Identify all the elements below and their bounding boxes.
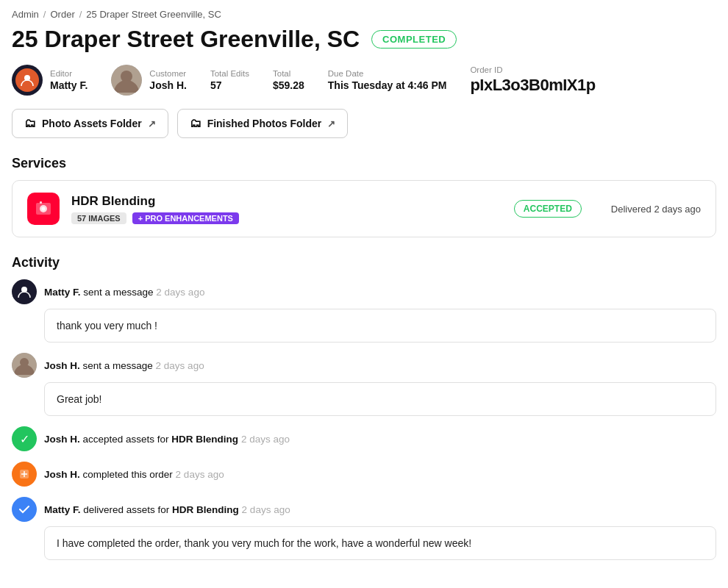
service-name: HDR Blending [71, 194, 502, 209]
service-tags: 57 IMAGES + PRO ENHANCEMENTS [71, 212, 502, 224]
event-actor-2: Josh H. [44, 469, 80, 480]
service-status-badge: ACCEPTED [514, 200, 582, 218]
delivered-message: I have completed the order, thank you ve… [44, 526, 716, 560]
event-service-1: HDR Blending [171, 434, 238, 445]
delivered-event-row: Matty F. delivered assets for HDR Blendi… [12, 497, 716, 522]
editor-item: Editor Matty F. [12, 65, 88, 96]
event-text-3: Matty F. delivered assets for HDR Blendi… [44, 504, 290, 515]
delivered-event-icon [12, 497, 37, 522]
service-card: HDR Blending 57 IMAGES + PRO ENHANCEMENT… [12, 180, 716, 237]
folder-icon-2: 🗂 [190, 117, 201, 130]
order-id-item: Order ID pIxL3o3B0mIX1p [470, 65, 595, 95]
svg-rect-6 [40, 201, 42, 204]
breadcrumb-current: 25 Draper Street Greenville, SC [86, 9, 221, 20]
title-row: 25 Draper Street Greenville, SC COMPLETE… [12, 26, 716, 53]
accepted-event-icon: ✓ [12, 426, 37, 451]
total-value: $59.28 [273, 79, 304, 91]
activity-actor-2: Josh H. [44, 360, 80, 371]
activity-item-1: Matty F. sent a message 2 days ago thank… [12, 279, 716, 343]
breadcrumb: Admin / Order / 25 Draper Street Greenvi… [12, 9, 716, 20]
total-item: Total $59.28 [273, 69, 304, 91]
event-actor-1: Josh H. [44, 434, 80, 445]
completed-event-icon [12, 462, 37, 487]
breadcrumb-admin[interactable]: Admin [12, 9, 39, 20]
customer-item: Customer Josh H. [111, 65, 187, 96]
activity-action-2: sent a message [83, 360, 156, 371]
editor-name: Matty F. [50, 79, 88, 91]
order-id-label: Order ID [470, 65, 595, 74]
meta-row: Editor Matty F. Customer Josh H. Total E… [12, 65, 716, 96]
due-date-value: This Tuesday at 4:46 PM [328, 79, 447, 91]
event-time-3: 2 days ago [242, 504, 290, 515]
service-icon [27, 193, 60, 225]
photo-assets-folder-button[interactable]: 🗂 Photo Assets Folder ↗ [12, 109, 168, 138]
images-tag: 57 IMAGES [71, 212, 126, 224]
event-action-2: completed this order [83, 469, 173, 480]
customer-name: Josh H. [149, 79, 187, 91]
activity-heading: Activity [12, 255, 716, 270]
svg-point-5 [42, 207, 46, 211]
activity-event-2: Josh H. completed this order 2 days ago [12, 462, 716, 487]
event-actor-3: Matty F. [44, 504, 81, 515]
order-id-value: pIxL3o3B0mIX1p [470, 76, 595, 95]
activity-meta-1: Matty F. sent a message 2 days ago [44, 287, 204, 298]
finished-photos-folder-button[interactable]: 🗂 Finished Photos Folder ↗ [177, 109, 349, 138]
folder-row: 🗂 Photo Assets Folder ↗ 🗂 Finished Photo… [12, 109, 716, 138]
services-heading: Services [12, 156, 716, 171]
editor-avatar [12, 65, 43, 96]
editor-activity-avatar-1 [12, 279, 37, 304]
customer-label: Customer [149, 69, 187, 78]
due-date-item: Due Date This Tuesday at 4:46 PM [328, 69, 447, 91]
activity-message-2: Great job! [44, 382, 716, 416]
event-time-1: 2 days ago [241, 434, 290, 445]
breadcrumb-order[interactable]: Order [50, 9, 74, 20]
activity-item-2: Josh H. sent a message 2 days ago Great … [12, 353, 716, 416]
due-date-label: Due Date [328, 69, 447, 78]
pro-tag: + PRO ENHANCEMENTS [132, 212, 239, 224]
folder-icon-1: 🗂 [24, 117, 36, 130]
photo-assets-label: Photo Assets Folder [42, 118, 142, 129]
external-link-icon-2: ↗ [327, 118, 335, 129]
total-edits-value: 57 [210, 79, 249, 91]
activity-time-1: 2 days ago [156, 287, 204, 298]
editor-label: Editor [50, 69, 88, 78]
total-label: Total [273, 69, 304, 78]
activity-header-2: Josh H. sent a message 2 days ago [12, 353, 716, 378]
service-info: HDR Blending 57 IMAGES + PRO ENHANCEMENT… [71, 194, 502, 224]
finished-photos-label: Finished Photos Folder [207, 118, 322, 129]
activity-list: Matty F. sent a message 2 days ago thank… [12, 279, 716, 560]
event-text-2: Josh H. completed this order 2 days ago [44, 469, 224, 480]
total-edits-item: Total Edits 57 [210, 69, 249, 91]
customer-avatar [111, 65, 142, 96]
activity-time-2: 2 days ago [156, 360, 204, 371]
activity-message-1: thank you very much ! [44, 309, 716, 343]
activity-event-3: Matty F. delivered assets for HDR Blendi… [12, 497, 716, 560]
page-title: 25 Draper Street Greenville, SC [12, 26, 360, 53]
external-link-icon-1: ↗ [148, 118, 156, 129]
customer-activity-avatar-2 [12, 353, 37, 378]
event-service-3: HDR Blending [172, 504, 239, 515]
breadcrumb-sep-1: / [43, 9, 46, 20]
service-delivery: Delivered 2 days ago [611, 204, 701, 215]
breadcrumb-sep-2: / [79, 9, 82, 20]
event-text-1: Josh H. accepted assets for HDR Blending… [44, 434, 290, 445]
total-edits-label: Total Edits [210, 69, 249, 78]
activity-action-1: sent a message [83, 287, 156, 298]
activity-event-1: ✓ Josh H. accepted assets for HDR Blendi… [12, 426, 716, 451]
activity-meta-2: Josh H. sent a message 2 days ago [44, 360, 204, 371]
event-action-3: delivered assets for [83, 504, 172, 515]
activity-actor-1: Matty F. [44, 287, 81, 298]
event-action-1: accepted assets for [83, 434, 172, 445]
activity-header-1: Matty F. sent a message 2 days ago [12, 279, 716, 304]
status-badge: COMPLETED [371, 30, 457, 49]
event-time-2: 2 days ago [176, 469, 224, 480]
